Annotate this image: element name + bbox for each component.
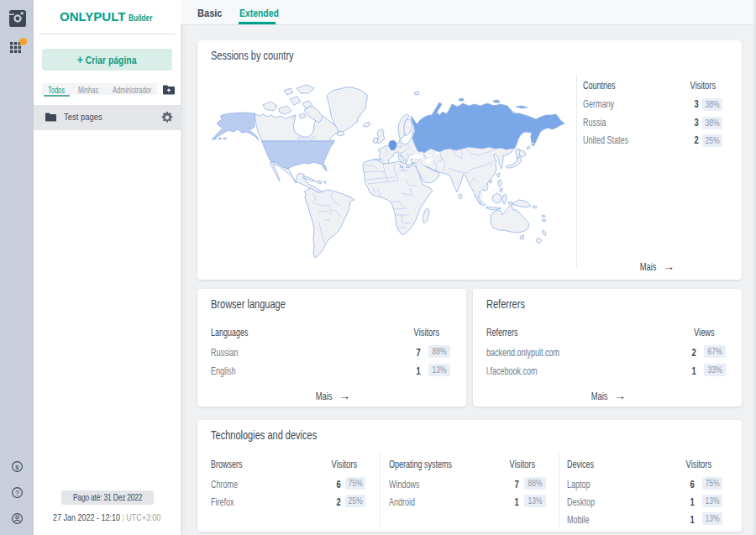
svg-text:$: $ xyxy=(15,464,19,471)
svg-text:?: ? xyxy=(15,490,19,497)
